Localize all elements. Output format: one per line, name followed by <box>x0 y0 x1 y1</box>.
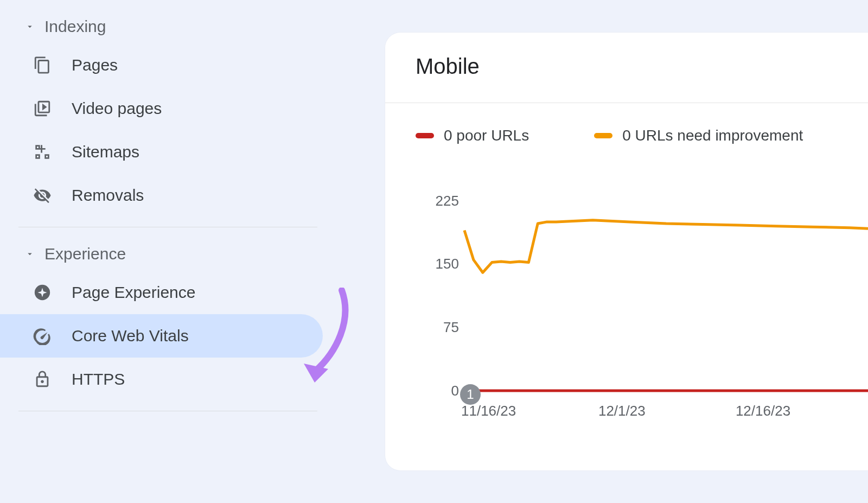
section-header-indexing[interactable]: Indexing <box>0 10 339 43</box>
y-tick: 225 <box>421 193 459 209</box>
nav-label: Sitemaps <box>72 143 139 161</box>
nav-label: Core Web Vitals <box>72 327 189 345</box>
sidebar-item-https[interactable]: HTTPS <box>0 358 323 401</box>
x-tick: 11/16/23 <box>461 403 516 419</box>
section-label: Experience <box>44 245 126 263</box>
nav-label: HTTPS <box>72 370 125 389</box>
main-content: Mobile 0 poor URLs 0 URLs need improveme… <box>339 0 868 503</box>
lock-icon <box>33 370 52 389</box>
legend-swatch-needs-improvement <box>594 133 612 138</box>
legend-item-poor[interactable]: 0 poor URLs <box>416 127 529 144</box>
mobile-cwv-card: Mobile 0 poor URLs 0 URLs need improveme… <box>385 33 868 470</box>
x-tick: 12/16/23 <box>736 403 790 419</box>
chart-svg <box>464 201 868 391</box>
section-label: Indexing <box>44 17 106 36</box>
chart-legend: 0 poor URLs 0 URLs need improvement <box>385 103 868 144</box>
event-badge[interactable]: 1 <box>460 384 481 405</box>
x-tick: 12/1/23 <box>598 403 646 419</box>
legend-label: 0 poor URLs <box>444 127 529 144</box>
y-tick: 0 <box>421 383 459 399</box>
y-tick: 75 <box>421 319 459 336</box>
y-tick: 150 <box>421 256 459 272</box>
pages-icon <box>33 55 52 75</box>
nav-label: Page Experience <box>72 283 196 302</box>
sidebar-item-sitemaps[interactable]: Sitemaps <box>0 130 323 174</box>
nav-label: Pages <box>72 56 118 74</box>
chart-series-line <box>464 220 868 272</box>
card-title: Mobile <box>385 54 868 103</box>
legend-item-needs-improvement[interactable]: 0 URLs need improvement <box>594 127 803 144</box>
plot-area <box>464 201 868 391</box>
cwv-line-chart[interactable]: 225 150 75 0 1 11/16/23 12/1/23 12/16/23 <box>416 195 868 449</box>
sidebar-item-page-experience[interactable]: Page Experience <box>0 271 323 314</box>
divider <box>18 411 317 411</box>
chevron-down-icon <box>25 249 35 259</box>
sidebar-item-removals[interactable]: Removals <box>0 174 323 217</box>
sparkle-icon <box>33 283 52 302</box>
divider <box>18 227 317 227</box>
nav-label: Video pages <box>72 99 162 118</box>
legend-label: 0 URLs need improvement <box>622 127 803 144</box>
sidebar-item-video-pages[interactable]: Video pages <box>0 87 323 130</box>
sidebar: Indexing Pages Video pages Sitemaps Remo… <box>0 0 339 503</box>
sidebar-item-core-web-vitals[interactable]: Core Web Vitals <box>0 314 323 358</box>
speed-icon <box>33 326 52 346</box>
legend-swatch-poor <box>416 133 434 138</box>
chevron-down-icon <box>25 21 35 32</box>
video-pages-icon <box>33 99 52 118</box>
removals-icon <box>33 186 52 205</box>
section-header-experience[interactable]: Experience <box>0 237 339 271</box>
nav-label: Removals <box>72 186 144 205</box>
sidebar-item-pages[interactable]: Pages <box>0 43 323 87</box>
sitemaps-icon <box>33 142 52 162</box>
